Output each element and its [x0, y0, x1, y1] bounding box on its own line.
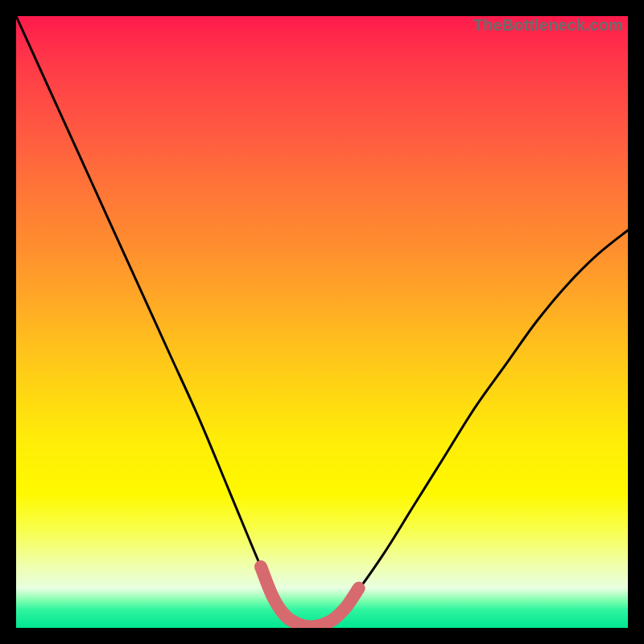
optimal-range-marker	[261, 567, 359, 627]
chart-svg	[16, 16, 628, 628]
chart-plot-area: TheBottleneck.com	[16, 16, 628, 628]
chart-frame: TheBottleneck.com	[0, 0, 644, 644]
bottleneck-curve-line	[16, 16, 628, 628]
